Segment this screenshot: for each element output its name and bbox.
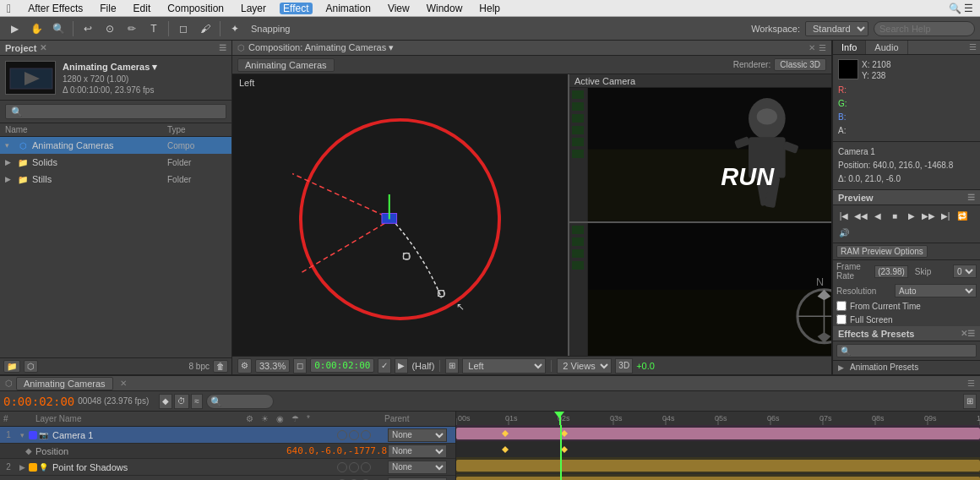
shape-tool[interactable]: ◻ — [174, 19, 193, 38]
fit-comp-button[interactable]: ◻ — [293, 358, 307, 374]
menu-composition[interactable]: Composition — [164, 3, 227, 14]
effects-panel-menu[interactable]: ☰ — [967, 329, 975, 338]
trash-button[interactable]: 🗑 — [213, 360, 228, 373]
effects-search-input[interactable] — [836, 344, 977, 357]
camera-position: Position: 640.0, 216.0, -1468.8 — [838, 159, 975, 172]
menu-file[interactable]: File — [96, 3, 119, 14]
comp-panel-close[interactable]: ✕ — [808, 43, 815, 52]
list-item[interactable]: ▶ 3D Channel — [833, 374, 980, 374]
layer-expand-icon[interactable]: ▾ — [17, 431, 27, 439]
rotate-tool[interactable]: ↩ — [79, 19, 97, 38]
preview-audio[interactable]: 🔊 — [836, 225, 852, 240]
preview-loop[interactable]: 🔁 — [955, 208, 970, 223]
menu-view[interactable]: View — [384, 3, 413, 14]
parent-select[interactable]: None — [388, 461, 447, 474]
enable-keyframes-button[interactable]: ◆ — [159, 394, 172, 409]
resolution-select[interactable]: Auto Half Full — [895, 284, 977, 297]
motion-blur-button[interactable]: ≈ — [191, 394, 203, 409]
pen-tool[interactable]: ✏ — [122, 19, 141, 38]
puppet-tool[interactable]: ✦ — [226, 19, 244, 38]
renderer-value[interactable]: Classic 3D — [774, 58, 826, 71]
draft-button[interactable]: ✓ — [378, 358, 391, 374]
hand-tool[interactable]: ✋ — [27, 19, 46, 38]
menu-window[interactable]: Window — [423, 3, 466, 14]
from-current-checkbox[interactable] — [836, 301, 847, 311]
layer-solo-switch[interactable] — [337, 430, 347, 440]
ram-preview-options-button[interactable]: RAM Preview Options — [836, 245, 928, 258]
timeline-bar-spotlight[interactable] — [456, 477, 980, 480]
fast-preview-button[interactable]: ▶ — [395, 358, 408, 374]
layer-row[interactable]: 3 ▶ 💡 Spot Light 2 None — [0, 476, 455, 480]
menu-after-effects[interactable]: After Effects — [24, 3, 86, 14]
zoom-tool[interactable]: 🔍 — [49, 19, 68, 38]
view-select[interactable]: Left Active Camera — [462, 358, 546, 374]
info-tab[interactable]: Info — [833, 41, 866, 54]
quality-label: (Half) — [411, 361, 434, 371]
project-panel-close[interactable]: ✕ — [40, 43, 46, 52]
project-search-input[interactable] — [5, 104, 226, 119]
preview-next-frame[interactable]: ▶▶ — [921, 208, 936, 223]
views-select[interactable]: 2 Views 1 View — [557, 358, 612, 374]
preview-stop[interactable]: ■ — [887, 208, 902, 223]
skip-select[interactable]: 0 — [953, 265, 977, 278]
list-item[interactable]: ▶ Animation Presets — [833, 361, 980, 374]
parent-select[interactable]: None — [388, 477, 447, 481]
menu-effect[interactable]: Effect — [280, 3, 312, 14]
layer-visible-switch[interactable] — [349, 462, 359, 472]
time-remap-button[interactable]: ⏱ — [174, 394, 189, 409]
grid-button[interactable]: ⊞ — [445, 358, 459, 374]
timeline-menu[interactable]: ☰ — [967, 379, 975, 388]
text-tool[interactable]: T — [144, 19, 163, 38]
timeline-time-display[interactable]: 0:00:02:00 — [3, 395, 74, 408]
comp-settings-button[interactable]: ⚙ — [237, 358, 252, 374]
layer-solo-switch[interactable] — [337, 462, 347, 472]
layer-visible-switch[interactable] — [349, 430, 359, 440]
preview-first-frame[interactable]: |◀ — [836, 208, 852, 223]
menu-animation[interactable]: Animation — [323, 3, 374, 14]
preview-play[interactable]: ▶ — [904, 208, 919, 223]
project-panel-menu[interactable]: ☰ — [219, 43, 226, 52]
menu-help[interactable]: Help — [476, 3, 504, 14]
list-item[interactable]: ▶ 📁 Solids Folder — [0, 154, 231, 171]
layer-expand-icon[interactable]: ▶ — [17, 463, 27, 472]
layer-lock-switch[interactable] — [361, 462, 371, 472]
list-item[interactable]: ▾ ⬡ Animating Cameras Compo — [0, 137, 231, 154]
menu-edit[interactable]: Edit — [130, 3, 155, 14]
3d-view-button[interactable]: 3D — [615, 358, 633, 374]
parent-select[interactable]: None — [388, 428, 447, 442]
svg-text:09s: 09s — [924, 414, 937, 423]
timeline-options-button[interactable]: ⊞ — [963, 394, 977, 409]
preview-play-back[interactable]: ◀ — [870, 208, 885, 223]
timeline-search-input[interactable] — [206, 394, 274, 409]
frame-rate-value[interactable]: (23.98) — [874, 265, 908, 278]
preview-panel-menu[interactable]: ☰ — [967, 193, 975, 202]
search-help-input[interactable] — [874, 21, 975, 36]
brush-tool[interactable]: 🖌 — [196, 19, 215, 38]
list-item[interactable]: ▶ 📁 Stills Folder — [0, 171, 231, 188]
preview-prev-frame[interactable]: ◀◀ — [853, 208, 868, 223]
comp-tab-animating-cameras[interactable]: Animating Cameras — [237, 58, 335, 72]
comp-time-display[interactable]: 0:00:02:00 — [310, 358, 374, 373]
selection-tool[interactable]: ▶ — [5, 19, 24, 38]
timeline-bar-shadows[interactable] — [456, 460, 980, 472]
keyframe-svg — [456, 425, 980, 442]
layer-row[interactable]: 1 ▾ 📷 Camera 1 None — [0, 427, 455, 444]
full-screen-checkbox[interactable] — [836, 314, 847, 325]
apple-icon[interactable]:  — [7, 2, 11, 15]
effects-panel-close[interactable]: ✕ — [961, 329, 967, 338]
layer-lock-switch[interactable] — [361, 430, 371, 440]
audio-tab[interactable]: Audio — [866, 41, 907, 54]
sub-layer-value-position[interactable]: 640.0,-6.0,-1777.8 — [286, 445, 388, 456]
parent-select-sub[interactable]: None — [388, 445, 447, 458]
camera-orbit-tool[interactable]: ⊙ — [101, 19, 119, 38]
timeline-comp-tab[interactable]: Animating Cameras — [16, 377, 113, 390]
new-comp-button[interactable]: ⬡ — [24, 360, 38, 373]
panel-menu-btn[interactable]: ☰ — [966, 41, 980, 54]
comp-panel-menu[interactable]: ☰ — [819, 43, 826, 52]
preview-last-frame[interactable]: ▶| — [938, 208, 953, 223]
menu-layer[interactable]: Layer — [237, 3, 270, 14]
layer-row[interactable]: 2 ▶ 💡 Point for Shadows None — [0, 459, 455, 476]
timeline-close-icon[interactable]: ✕ — [120, 379, 127, 388]
workspace-select[interactable]: Standard — [805, 21, 868, 36]
new-folder-button[interactable]: 📁 — [3, 360, 20, 373]
